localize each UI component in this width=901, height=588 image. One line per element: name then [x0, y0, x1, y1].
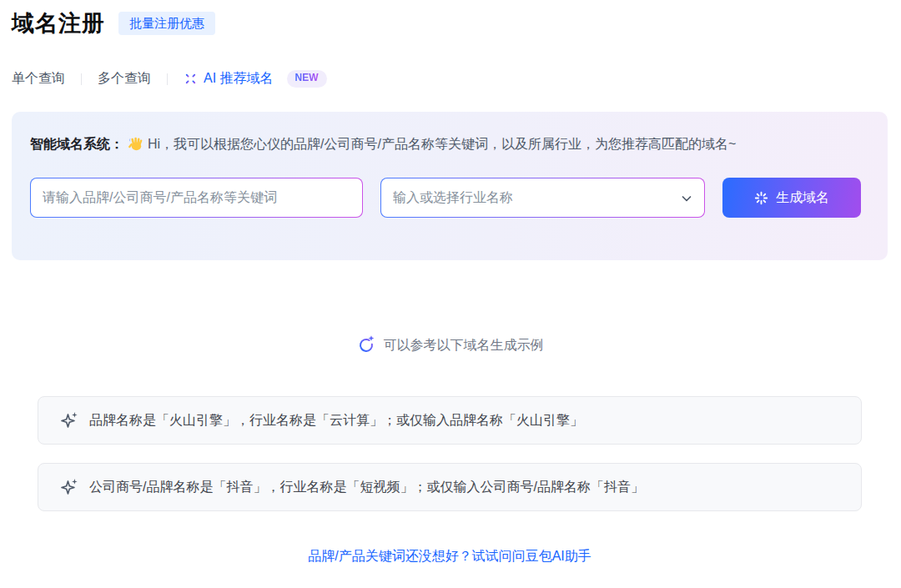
example-item-volcengine[interactable]: 品牌名称是「火山引擎」，行业名称是「云计算」；或仅输入品牌名称「火山引擎」	[38, 396, 862, 445]
new-badge: NEW	[287, 70, 327, 87]
four-point-star-icon	[60, 478, 78, 496]
generator-input-row: 生成域名	[30, 178, 869, 218]
industry-select[interactable]	[380, 178, 705, 218]
query-tabs: 单个查询 多个查询	[12, 70, 888, 88]
generate-domain-button[interactable]: 生成域名	[722, 178, 861, 218]
tab-divider	[167, 73, 168, 85]
lightbulb-spark-icon	[356, 334, 376, 356]
tab-multiple-query[interactable]: 多个查询	[98, 70, 151, 88]
examples-hint-text: 可以参考以下域名生成示例	[384, 337, 544, 354]
industry-input[interactable]	[381, 190, 704, 205]
waving-hand-icon	[128, 136, 144, 152]
keyword-input[interactable]	[31, 190, 362, 205]
assistant-greeting: Hi，我可以根据您心仪的品牌/公司商号/产品名称等关键词，以及所属行业，为您推荐…	[148, 137, 736, 151]
tab-divider	[81, 73, 82, 85]
example-item-text: 公司商号/品牌名称是「抖音」，行业名称是「短视频」；或仅输入公司商号/品牌名称「…	[89, 479, 644, 496]
assistant-label: 智能域名系统：	[30, 137, 123, 151]
page-title: 域名注册	[12, 8, 105, 38]
example-item-text: 品牌名称是「火山引擎」，行业名称是「云计算」；或仅输入品牌名称「火山引擎」	[89, 412, 583, 430]
assistant-intro: 智能域名系统： Hi，我可以根据您心仪的品牌/公司商号/产品名称等关键词，以及所…	[30, 131, 869, 158]
sparkle-burst-icon	[184, 72, 198, 86]
doubao-assistant-link[interactable]: 品牌/产品关键词还没想好？试试问问豆包AI助手	[12, 548, 888, 565]
tab-single-query[interactable]: 单个查询	[12, 70, 65, 88]
four-point-star-icon	[60, 411, 78, 430]
example-item-douyin[interactable]: 公司商号/品牌名称是「抖音」，行业名称是「短视频」；或仅输入公司商号/品牌名称「…	[38, 463, 862, 511]
page-header: 域名注册 批量注册优惠	[12, 8, 888, 38]
generate-domain-label: 生成域名	[776, 189, 829, 207]
example-list: 品牌名称是「火山引擎」，行业名称是「云计算」；或仅输入品牌名称「火山引擎」 公司…	[38, 396, 862, 511]
tab-ai-recommend-label: AI 推荐域名	[204, 70, 274, 88]
examples-hint: 可以参考以下域名生成示例	[12, 334, 888, 356]
batch-discount-badge[interactable]: 批量注册优惠	[118, 12, 215, 35]
sparkle-burst-icon	[754, 191, 768, 205]
tab-ai-recommend[interactable]: AI 推荐域名 NEW	[184, 70, 327, 88]
keyword-input-wrapper	[30, 178, 363, 218]
ai-assistant-card: 智能域名系统： Hi，我可以根据您心仪的品牌/公司商号/产品名称等关键词，以及所…	[12, 112, 888, 260]
domain-registration-page: 域名注册 批量注册优惠 单个查询 多个查询	[0, 0, 901, 565]
